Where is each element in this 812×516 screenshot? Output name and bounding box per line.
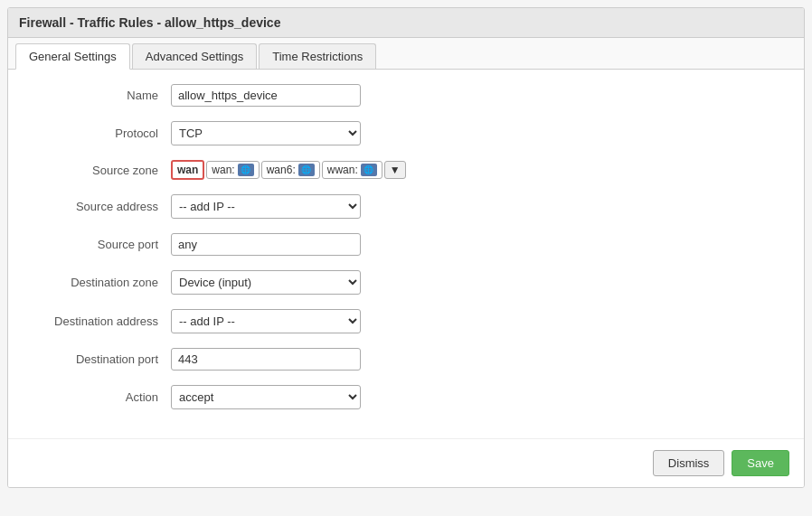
action-label: Action (26, 390, 171, 404)
dismiss-button[interactable]: Dismiss (653, 450, 725, 476)
tabs-bar: General Settings Advanced Settings Time … (8, 38, 804, 70)
protocol-select-wrapper: TCP UDP TCP+UDP ICMP Custom (171, 121, 361, 145)
zone-tag-wan6[interactable]: wan6: 🌐 (261, 161, 320, 179)
zone-wan6-text: wan6: (267, 164, 296, 176)
zone-wwan-globe-icon: 🌐 (361, 164, 377, 176)
destination-address-row: Destination address -- add IP -- (26, 309, 786, 333)
zone-wan-text: wan: (212, 164, 234, 176)
source-address-label: Source address (26, 200, 171, 213)
page-title: Firewall - Traffic Rules - allow_https_d… (19, 15, 793, 30)
footer-buttons: Dismiss Save (8, 438, 804, 487)
destination-zone-row: Destination zone Device (input) (26, 270, 786, 295)
destination-address-label: Destination address (26, 314, 171, 328)
firewall-rules-page: Firewall - Traffic Rules - allow_https_d… (7, 7, 805, 488)
action-row: Action accept drop reject masquerade (26, 385, 786, 409)
zone-wan-name: wan (177, 164, 198, 176)
action-select[interactable]: accept drop reject masquerade (171, 385, 361, 409)
destination-zone-wrapper: Device (input) (171, 270, 361, 295)
source-zone-dropdown-btn[interactable]: ▼ (384, 161, 406, 179)
source-zone-wrapper: wan wan: 🌐 wan6: 🌐 wwan: 🌐 ▼ (171, 160, 406, 180)
name-input[interactable]: allow_https_device (171, 84, 361, 107)
protocol-label: Protocol (26, 127, 171, 140)
zone-wan-globe-icon: 🌐 (238, 164, 254, 176)
source-zone-label: Source zone (26, 164, 171, 177)
source-port-label: Source port (26, 238, 171, 251)
zone-tag-wan[interactable]: wan (171, 160, 204, 180)
protocol-row: Protocol TCP UDP TCP+UDP ICMP Custom (26, 121, 786, 145)
source-zone-row: Source zone wan wan: 🌐 wan6: 🌐 wwan: 🌐 (26, 160, 786, 180)
source-port-wrapper: any (171, 233, 361, 256)
zone-wan6-globe-icon: 🌐 (298, 164, 315, 176)
tab-general-settings[interactable]: General Settings (15, 43, 130, 70)
name-field-wrapper: allow_https_device (171, 84, 361, 107)
protocol-select[interactable]: TCP UDP TCP+UDP ICMP Custom (171, 121, 361, 145)
tab-time-restrictions[interactable]: Time Restrictions (259, 43, 376, 69)
save-button[interactable]: Save (732, 450, 789, 476)
destination-port-input[interactable]: 443 (171, 348, 361, 371)
source-port-input[interactable]: any (171, 233, 361, 256)
destination-address-wrapper: -- add IP -- (171, 309, 361, 333)
name-label: Name (26, 89, 171, 102)
zone-tag-wwan[interactable]: wwan: 🌐 (322, 161, 382, 179)
destination-zone-label: Destination zone (26, 276, 171, 289)
source-zone-dropdown-arrow: ▼ (390, 164, 401, 176)
source-port-row: Source port any (26, 233, 786, 256)
destination-zone-select[interactable]: Device (input) (171, 270, 361, 295)
general-settings-form: Name allow_https_device Protocol TCP UDP… (8, 70, 804, 438)
destination-port-wrapper: 443 (171, 348, 361, 371)
destination-port-label: Destination port (26, 352, 171, 366)
destination-port-row: Destination port 443 (26, 348, 786, 371)
page-header: Firewall - Traffic Rules - allow_https_d… (8, 8, 804, 38)
name-row: Name allow_https_device (26, 84, 786, 107)
source-address-select[interactable]: -- add IP -- (171, 194, 361, 219)
source-address-row: Source address -- add IP -- (26, 194, 786, 219)
zone-wwan-text: wwan: (327, 164, 358, 176)
action-wrapper: accept drop reject masquerade (171, 385, 361, 409)
source-address-wrapper: -- add IP -- (171, 194, 361, 219)
zone-tag-wan-icon[interactable]: wan: 🌐 (206, 161, 259, 179)
tab-advanced-settings[interactable]: Advanced Settings (132, 43, 257, 69)
destination-address-select[interactable]: -- add IP -- (171, 309, 361, 333)
